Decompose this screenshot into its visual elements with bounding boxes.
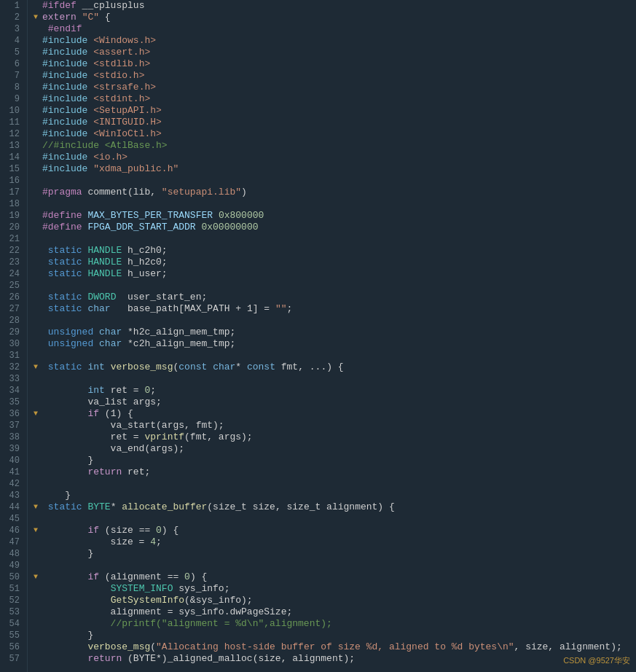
token-plain: ; [156, 536, 162, 548]
line-number: 12 [0, 128, 23, 140]
fold-indicator [34, 163, 42, 175]
token-plain: (1) { [99, 408, 133, 420]
fold-indicator[interactable]: ▼ [34, 501, 42, 513]
code-line: unsigned char *h2c_align_mem_tmp; [34, 327, 636, 338]
token-plain [42, 583, 111, 595]
fold-indicator[interactable]: ▼ [34, 408, 42, 420]
line-number: 10 [0, 105, 23, 117]
token-plain [87, 58, 93, 70]
fold-indicator [34, 23, 42, 35]
token-plain: sys_info; [173, 583, 229, 595]
token-kw2: const [247, 362, 275, 373]
token-plain [42, 338, 48, 350]
token-number: 0x00000000 [201, 222, 258, 233]
code-line [34, 233, 636, 245]
fold-indicator [34, 292, 42, 303]
fold-indicator [34, 128, 42, 140]
fold-indicator[interactable]: ▼ [34, 571, 42, 583]
token-plain: ret = [42, 431, 144, 443]
code-line: static DWORD user_start_en; [34, 292, 636, 303]
line-number: 48 [0, 548, 23, 560]
fold-indicator[interactable]: ▼ [34, 12, 42, 23]
fold-indicator [34, 210, 42, 222]
fold-indicator [34, 35, 42, 47]
code-line: #include <stdio.h> [34, 70, 636, 82]
line-number: 57 [0, 653, 23, 665]
token-plain [42, 362, 48, 373]
line-number: 46 [0, 525, 23, 536]
token-kw: return [87, 466, 122, 478]
token-unsigned-kw: unsigned [48, 327, 93, 338]
line-number: 3 [0, 23, 23, 35]
token-plain: (fmt, args); [184, 431, 253, 443]
line-number: 39 [0, 443, 23, 455]
code-editor: 1234567891011121314151617181920212223242… [0, 0, 636, 672]
code-line: #ifdef __cplusplus [34, 0, 636, 12]
fold-indicator[interactable]: ▼ [34, 525, 42, 536]
line-number: 43 [0, 490, 23, 501]
fold-indicator [34, 280, 42, 292]
token-string: "C" [82, 12, 99, 23]
token-func: verbose_msg [111, 362, 173, 373]
token-type: SYSTEM_INFO [111, 583, 173, 595]
line-number: 15 [0, 163, 23, 175]
token-plain: h_c2h0; [122, 245, 167, 257]
token-static-kw: static [48, 303, 82, 315]
fold-indicator [34, 117, 42, 128]
token-plain: (size == [99, 525, 156, 536]
token-plain [207, 362, 213, 373]
token-define-name: FPGA_DDR_START_ADDR [87, 222, 195, 233]
code-line: va_end(args); [34, 443, 636, 455]
line-number: 18 [0, 198, 23, 210]
token-inc-file: "xdma_public.h" [93, 163, 178, 175]
line-number: 23 [0, 257, 23, 268]
token-inc-file: <INITGUID.H> [93, 117, 162, 128]
line-number: 8 [0, 82, 23, 93]
token-plain: } [42, 630, 93, 641]
line-number: 33 [0, 373, 23, 385]
fold-indicator [34, 327, 42, 338]
token-kw2: int [87, 385, 104, 396]
fold-indicator [34, 630, 42, 641]
code-line [34, 315, 636, 327]
token-comment: //printf("alignment = %d\n",alignment); [42, 618, 332, 630]
line-number: 24 [0, 268, 23, 280]
fold-indicator[interactable]: ▼ [34, 362, 42, 373]
token-plain: va_list args; [42, 396, 162, 408]
token-type: HANDLE [87, 268, 122, 280]
code-line: GetSystemInfo(&sys_info); [34, 595, 636, 606]
code-line: #include <stdint.h> [34, 93, 636, 105]
token-plain: base_path[MAX_PATH + 1] = [111, 303, 275, 315]
token-inc-file: <Windows.h> [93, 35, 156, 47]
token-plain [213, 210, 219, 222]
token-func: verbose_msg [87, 641, 150, 653]
code-area[interactable]: #ifdef __cplusplus▼extern "C" { #endif #… [28, 0, 636, 672]
line-number: 52 [0, 595, 23, 606]
token-preproc: #ifdef [42, 0, 76, 12]
line-number: 41 [0, 466, 23, 478]
fold-indicator [34, 548, 42, 560]
token-inc: #include [42, 35, 87, 47]
token-plain [42, 257, 48, 268]
fold-indicator [34, 245, 42, 257]
code-line: va_list args; [34, 396, 636, 408]
token-inc-file: <stdint.h> [93, 93, 150, 105]
token-plain: * [235, 362, 247, 373]
token-plain: (alignment == [99, 571, 184, 583]
token-plain [87, 93, 93, 105]
token-plain [42, 571, 87, 583]
line-number: 49 [0, 560, 23, 571]
code-line: static HANDLE h_h2c0; [34, 257, 636, 268]
line-number: 2 [0, 12, 23, 23]
code-line: size = 4; [34, 536, 636, 548]
fold-indicator [34, 536, 42, 548]
token-kw2: char [99, 338, 122, 350]
token-define-name: MAX_BYTES_PER_TRANSFER [87, 210, 213, 222]
token-number: 4 [150, 536, 156, 548]
token-func: allocate_buffer [122, 501, 207, 513]
token-kw2: char [99, 327, 122, 338]
fold-indicator [34, 466, 42, 478]
watermark: CSDN @9527华安 [563, 655, 630, 666]
fold-indicator [34, 478, 42, 490]
token-plain: h_h2c0; [122, 257, 167, 268]
